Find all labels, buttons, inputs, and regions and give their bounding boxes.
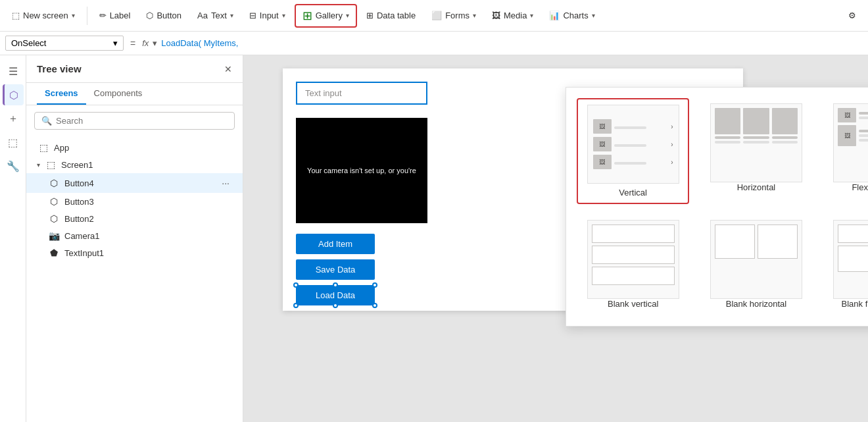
gallery-grid: 🖼 › 🖼 (577, 98, 868, 315)
screen1-label: Screen1 (61, 160, 232, 170)
screen1-expand-icon: ▾ (37, 161, 40, 169)
data-table-icon: ⊞ (366, 11, 374, 20)
gallery-label-blank-vertical: Blank vertical (608, 299, 658, 309)
dot-handle-bm[interactable] (333, 303, 338, 308)
charts-chevron: ▾ (592, 12, 595, 19)
plus-icon[interactable]: ＋ (3, 108, 24, 129)
gallery-label-vertical: Vertical (619, 188, 647, 198)
new-screen-icon: ⬚ (12, 11, 20, 20)
dot-handle-bl[interactable] (293, 303, 299, 308)
media-chevron: ▾ (530, 12, 533, 19)
tree-title: Tree view (37, 63, 82, 74)
forms-icon: ⬜ (431, 11, 442, 20)
vertical-img-2: 🖼 (593, 137, 612, 151)
formula-bar: OnSelect ▾ = fx ▾ (0, 32, 868, 55)
tree-item-button2[interactable]: ⬡ Button2 (26, 210, 243, 227)
property-chevron: ▾ (113, 38, 118, 48)
charts-icon: 📊 (549, 11, 560, 20)
gallery-option-horizontal[interactable]: Horizontal (700, 98, 812, 204)
tab-screens[interactable]: Screens (37, 83, 86, 105)
dot-handle-tr[interactable] (372, 282, 377, 288)
tree-view-icon[interactable]: ⬡ (3, 84, 24, 105)
formula-input[interactable] (161, 38, 863, 48)
vertical-img-3: 🖼 (593, 155, 612, 169)
app-icon: ⬚ (37, 142, 50, 153)
camera1-icon: 📷 (47, 230, 60, 241)
tree-item-screen1[interactable]: ▾ ⬚ Screen1 (26, 156, 243, 173)
gallery-option-blank-horizontal[interactable]: Blank horizontal (700, 215, 812, 315)
tree-item-button3[interactable]: ⬡ Button3 (26, 193, 243, 210)
button3-label: Button3 (64, 197, 232, 207)
property-select[interactable]: OnSelect ▾ (5, 36, 124, 51)
tree-item-camera1[interactable]: 📷 Camera1 (26, 227, 243, 244)
divider-1 (87, 7, 87, 25)
media-button[interactable]: 🖼 Media ▾ (485, 7, 540, 24)
gallery-dropdown: 🖼 › 🖼 (566, 87, 868, 327)
data-icon[interactable]: ⬚ (3, 132, 24, 153)
tree-item-button4[interactable]: ⬡ Button4 ··· (26, 173, 243, 193)
button3-icon: ⬡ (47, 196, 60, 207)
tree-close-button[interactable]: ✕ (224, 64, 232, 74)
canvas-area: Text input Your camera isn't set up, or … (243, 55, 868, 422)
fx-label: fx (142, 38, 149, 48)
hamburger-icon[interactable]: ☰ (3, 61, 24, 82)
search-input[interactable] (56, 116, 228, 126)
textinput1-icon: ⬟ (47, 248, 60, 258)
media-icon: 🖼 (492, 11, 500, 20)
button2-label: Button2 (64, 214, 232, 224)
tree-item-app[interactable]: ⬚ App (26, 139, 243, 156)
new-screen-button[interactable]: ⬚ New screen ▾ (5, 7, 82, 24)
gallery-label-flexible: Flexible height (852, 182, 868, 192)
gallery-thumb-blank-horizontal (710, 220, 802, 299)
textinput1-label: TextInput1 (64, 248, 232, 258)
wrench-icon[interactable]: 🔧 (3, 155, 24, 176)
tree-item-textinput1[interactable]: ⬟ TextInput1 (26, 244, 243, 261)
gallery-thumb-blank-flexible: ↑ ↓ (833, 220, 868, 299)
forms-button[interactable]: ⬜ Forms ▾ (425, 7, 483, 24)
gallery-button[interactable]: ⊞ Gallery ▾ (295, 4, 357, 28)
label-button[interactable]: ✏ Label (93, 7, 137, 24)
dot-handle-tm[interactable] (333, 282, 338, 288)
data-table-button[interactable]: ⊞ Data table (360, 7, 422, 24)
screen1-icon: ⬚ (44, 159, 57, 170)
gallery-option-blank-flexible[interactable]: ↑ ↓ Blank flexible height (823, 215, 868, 315)
tree-header: Tree view ✕ (26, 55, 243, 83)
charts-button[interactable]: 📊 Charts ▾ (542, 7, 601, 24)
add-item-button[interactable]: Add Item (296, 234, 375, 254)
button4-more[interactable]: ··· (219, 176, 232, 190)
text-icon: Aa (197, 11, 208, 20)
input-button[interactable]: ⊟ Input ▾ (243, 7, 292, 24)
equals-sign: = (128, 38, 138, 49)
button4-label: Button4 (64, 178, 215, 188)
tree-tabs: Screens Components (26, 83, 243, 105)
gallery-thumb-vertical: 🖼 › 🖼 (587, 105, 679, 184)
tab-components[interactable]: Components (86, 83, 151, 105)
settings-icon: ⚙ (848, 11, 856, 20)
input-icon: ⊟ (249, 11, 256, 20)
search-icon: 🔍 (41, 116, 52, 126)
sidebar-icons: ☰ ⬡ ＋ ⬚ 🔧 (0, 55, 26, 422)
gallery-option-vertical[interactable]: 🖼 › 🖼 (577, 98, 689, 204)
gallery-chevron: ▾ (346, 12, 349, 19)
button-icon: ⬡ (146, 11, 153, 20)
gallery-icon: ⊞ (302, 9, 312, 23)
button2-icon: ⬡ (47, 213, 60, 224)
dot-handle-tl[interactable] (293, 282, 299, 288)
main-layout: ☰ ⬡ ＋ ⬚ 🔧 Tree view ✕ Screens Components… (0, 55, 868, 422)
camera1-label: Camera1 (64, 231, 232, 241)
forms-chevron: ▾ (473, 12, 476, 19)
gallery-label-blank-flexible: Blank flexible height (842, 299, 869, 310)
tree-items: ⬚ App ▾ ⬚ Screen1 ⬡ Button4 ··· ⬡ Button… (26, 136, 243, 422)
gallery-option-flexible-height[interactable]: 🖼 🖼 (823, 98, 868, 204)
button-tool[interactable]: ⬡ Button (139, 7, 188, 24)
gallery-option-blank-vertical[interactable]: Blank vertical (577, 215, 689, 315)
settings-button[interactable]: ⚙ (842, 7, 863, 24)
canvas-camera: Your camera isn't set up, or you're (296, 118, 427, 223)
dot-handle-br[interactable] (372, 303, 377, 308)
formula-arrow: ▾ (153, 38, 157, 48)
text-button[interactable]: Aa Text ▾ (191, 7, 240, 24)
save-data-button[interactable]: Save Data (296, 259, 375, 280)
load-data-wrapper: Load Data (296, 285, 375, 305)
input-chevron: ▾ (282, 12, 285, 19)
vertical-img-1: 🖼 (593, 119, 612, 134)
